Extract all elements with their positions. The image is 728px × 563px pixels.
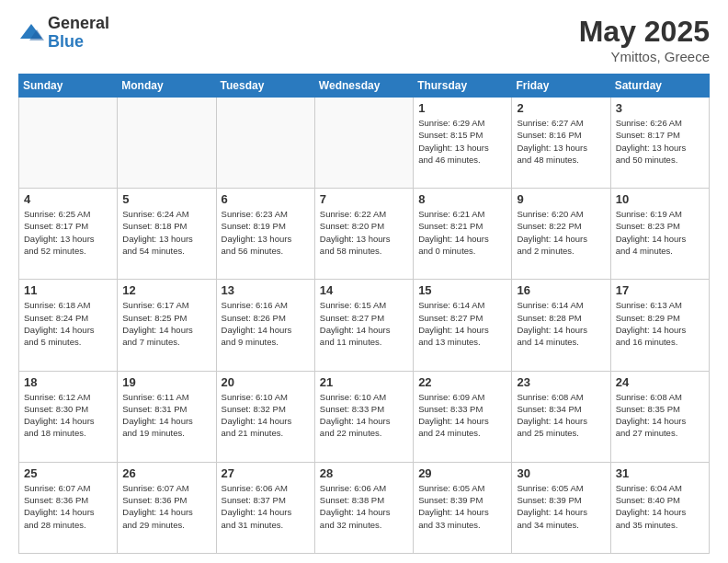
day-number-3: 3	[616, 101, 704, 115]
day-info-20: Sunrise: 6:10 AM Sunset: 8:32 PM Dayligh…	[222, 391, 310, 440]
calendar-cell-w3-d1: 19Sunrise: 6:11 AM Sunset: 8:31 PM Dayli…	[118, 371, 216, 462]
day-number-26: 26	[122, 466, 210, 480]
logo-blue-text: Blue	[48, 33, 109, 52]
calendar-cell-w4-d4: 29Sunrise: 6:05 AM Sunset: 8:39 PM Dayli…	[414, 462, 512, 553]
day-info-3: Sunrise: 6:26 AM Sunset: 8:17 PM Dayligh…	[616, 117, 704, 166]
calendar-table: Sunday Monday Tuesday Wednesday Thursday…	[18, 74, 710, 554]
day-number-9: 9	[517, 192, 605, 206]
col-saturday: Saturday	[610, 75, 709, 98]
calendar-cell-w4-d2: 27Sunrise: 6:06 AM Sunset: 8:37 PM Dayli…	[216, 462, 314, 553]
calendar-cell-w1-d1: 5Sunrise: 6:24 AM Sunset: 8:18 PM Daylig…	[118, 189, 216, 280]
day-number-2: 2	[517, 101, 605, 115]
day-info-17: Sunrise: 6:13 AM Sunset: 8:29 PM Dayligh…	[616, 299, 704, 348]
day-number-15: 15	[418, 283, 506, 297]
calendar-cell-w3-d6: 24Sunrise: 6:08 AM Sunset: 8:35 PM Dayli…	[610, 371, 709, 462]
day-info-2: Sunrise: 6:27 AM Sunset: 8:16 PM Dayligh…	[517, 117, 605, 166]
day-info-27: Sunrise: 6:06 AM Sunset: 8:37 PM Dayligh…	[222, 482, 310, 531]
day-number-25: 25	[24, 466, 112, 480]
calendar-cell-w3-d5: 23Sunrise: 6:08 AM Sunset: 8:34 PM Dayli…	[512, 371, 610, 462]
day-number-17: 17	[616, 283, 704, 297]
day-number-11: 11	[24, 283, 112, 297]
col-thursday: Thursday	[414, 75, 512, 98]
day-info-10: Sunrise: 6:19 AM Sunset: 8:23 PM Dayligh…	[616, 208, 704, 257]
logo-text: General Blue	[48, 15, 109, 52]
week-row-3: 18Sunrise: 6:12 AM Sunset: 8:30 PM Dayli…	[19, 371, 710, 462]
week-row-0: 1Sunrise: 6:29 AM Sunset: 8:15 PM Daylig…	[19, 98, 710, 189]
day-number-19: 19	[122, 375, 210, 389]
week-row-4: 25Sunrise: 6:07 AM Sunset: 8:36 PM Dayli…	[19, 462, 710, 553]
calendar-cell-w1-d0: 4Sunrise: 6:25 AM Sunset: 8:17 PM Daylig…	[19, 189, 118, 280]
day-info-14: Sunrise: 6:15 AM Sunset: 8:27 PM Dayligh…	[320, 299, 408, 348]
day-number-14: 14	[320, 283, 408, 297]
col-sunday: Sunday	[19, 75, 118, 98]
day-number-30: 30	[517, 466, 605, 480]
calendar-cell-w0-d1	[118, 98, 216, 189]
calendar-cell-w3-d0: 18Sunrise: 6:12 AM Sunset: 8:30 PM Dayli…	[19, 371, 118, 462]
calendar-cell-w3-d4: 22Sunrise: 6:09 AM Sunset: 8:33 PM Dayli…	[414, 371, 512, 462]
day-info-5: Sunrise: 6:24 AM Sunset: 8:18 PM Dayligh…	[122, 208, 210, 257]
calendar-cell-w2-d0: 11Sunrise: 6:18 AM Sunset: 8:24 PM Dayli…	[19, 280, 118, 371]
day-info-24: Sunrise: 6:08 AM Sunset: 8:35 PM Dayligh…	[616, 391, 704, 440]
calendar-cell-w3-d3: 21Sunrise: 6:10 AM Sunset: 8:33 PM Dayli…	[314, 371, 413, 462]
col-tuesday: Tuesday	[216, 75, 314, 98]
week-row-1: 4Sunrise: 6:25 AM Sunset: 8:17 PM Daylig…	[19, 189, 710, 280]
calendar-cell-w4-d6: 31Sunrise: 6:04 AM Sunset: 8:40 PM Dayli…	[610, 462, 709, 553]
day-info-31: Sunrise: 6:04 AM Sunset: 8:40 PM Dayligh…	[616, 482, 704, 531]
day-number-1: 1	[418, 101, 506, 115]
logo-icon	[18, 20, 44, 46]
calendar-cell-w3-d2: 20Sunrise: 6:10 AM Sunset: 8:32 PM Dayli…	[216, 371, 314, 462]
col-friday: Friday	[512, 75, 610, 98]
day-number-6: 6	[222, 192, 310, 206]
day-number-13: 13	[222, 283, 310, 297]
day-number-31: 31	[616, 466, 704, 480]
day-info-4: Sunrise: 6:25 AM Sunset: 8:17 PM Dayligh…	[24, 208, 112, 257]
day-info-25: Sunrise: 6:07 AM Sunset: 8:36 PM Dayligh…	[24, 482, 112, 531]
day-number-20: 20	[222, 375, 310, 389]
calendar-cell-w2-d2: 13Sunrise: 6:16 AM Sunset: 8:26 PM Dayli…	[216, 280, 314, 371]
calendar-cell-w0-d5: 2Sunrise: 6:27 AM Sunset: 8:16 PM Daylig…	[512, 98, 610, 189]
day-info-29: Sunrise: 6:05 AM Sunset: 8:39 PM Dayligh…	[418, 482, 506, 531]
calendar-cell-w1-d6: 10Sunrise: 6:19 AM Sunset: 8:23 PM Dayli…	[610, 189, 709, 280]
calendar-cell-w2-d4: 15Sunrise: 6:14 AM Sunset: 8:27 PM Dayli…	[414, 280, 512, 371]
day-info-8: Sunrise: 6:21 AM Sunset: 8:21 PM Dayligh…	[418, 208, 506, 257]
day-number-27: 27	[222, 466, 310, 480]
calendar-cell-w4-d5: 30Sunrise: 6:05 AM Sunset: 8:39 PM Dayli…	[512, 462, 610, 553]
calendar-cell-w2-d6: 17Sunrise: 6:13 AM Sunset: 8:29 PM Dayli…	[610, 280, 709, 371]
day-number-29: 29	[418, 466, 506, 480]
page: General Blue May 2025 Ymittos, Greece Su…	[0, 0, 728, 563]
day-number-23: 23	[517, 375, 605, 389]
day-info-9: Sunrise: 6:20 AM Sunset: 8:22 PM Dayligh…	[517, 208, 605, 257]
calendar-cell-w4-d0: 25Sunrise: 6:07 AM Sunset: 8:36 PM Dayli…	[19, 462, 118, 553]
week-row-2: 11Sunrise: 6:18 AM Sunset: 8:24 PM Dayli…	[19, 280, 710, 371]
calendar-cell-w4-d3: 28Sunrise: 6:06 AM Sunset: 8:38 PM Dayli…	[314, 462, 413, 553]
col-wednesday: Wednesday	[314, 75, 413, 98]
calendar-header-row: Sunday Monday Tuesday Wednesday Thursday…	[19, 75, 710, 98]
day-number-28: 28	[320, 466, 408, 480]
day-number-22: 22	[418, 375, 506, 389]
day-info-22: Sunrise: 6:09 AM Sunset: 8:33 PM Dayligh…	[418, 391, 506, 440]
calendar-cell-w2-d1: 12Sunrise: 6:17 AM Sunset: 8:25 PM Dayli…	[118, 280, 216, 371]
day-info-19: Sunrise: 6:11 AM Sunset: 8:31 PM Dayligh…	[122, 391, 210, 440]
day-number-4: 4	[24, 192, 112, 206]
calendar-cell-w0-d3	[314, 98, 413, 189]
title-location: Ymittos, Greece	[579, 49, 710, 64]
day-info-21: Sunrise: 6:10 AM Sunset: 8:33 PM Dayligh…	[320, 391, 408, 440]
day-number-16: 16	[517, 283, 605, 297]
day-number-12: 12	[122, 283, 210, 297]
calendar-cell-w1-d2: 6Sunrise: 6:23 AM Sunset: 8:19 PM Daylig…	[216, 189, 314, 280]
calendar-cell-w0-d6: 3Sunrise: 6:26 AM Sunset: 8:17 PM Daylig…	[610, 98, 709, 189]
calendar-cell-w2-d5: 16Sunrise: 6:14 AM Sunset: 8:28 PM Dayli…	[512, 280, 610, 371]
day-info-30: Sunrise: 6:05 AM Sunset: 8:39 PM Dayligh…	[517, 482, 605, 531]
day-info-11: Sunrise: 6:18 AM Sunset: 8:24 PM Dayligh…	[24, 299, 112, 348]
day-info-26: Sunrise: 6:07 AM Sunset: 8:36 PM Dayligh…	[122, 482, 210, 531]
logo: General Blue	[18, 15, 109, 52]
day-info-16: Sunrise: 6:14 AM Sunset: 8:28 PM Dayligh…	[517, 299, 605, 348]
calendar-cell-w0-d2	[216, 98, 314, 189]
day-info-18: Sunrise: 6:12 AM Sunset: 8:30 PM Dayligh…	[24, 391, 112, 440]
day-number-8: 8	[418, 192, 506, 206]
calendar-cell-w4-d1: 26Sunrise: 6:07 AM Sunset: 8:36 PM Dayli…	[118, 462, 216, 553]
calendar-cell-w2-d3: 14Sunrise: 6:15 AM Sunset: 8:27 PM Dayli…	[314, 280, 413, 371]
day-info-12: Sunrise: 6:17 AM Sunset: 8:25 PM Dayligh…	[122, 299, 210, 348]
calendar-cell-w0-d0	[19, 98, 118, 189]
col-monday: Monday	[118, 75, 216, 98]
